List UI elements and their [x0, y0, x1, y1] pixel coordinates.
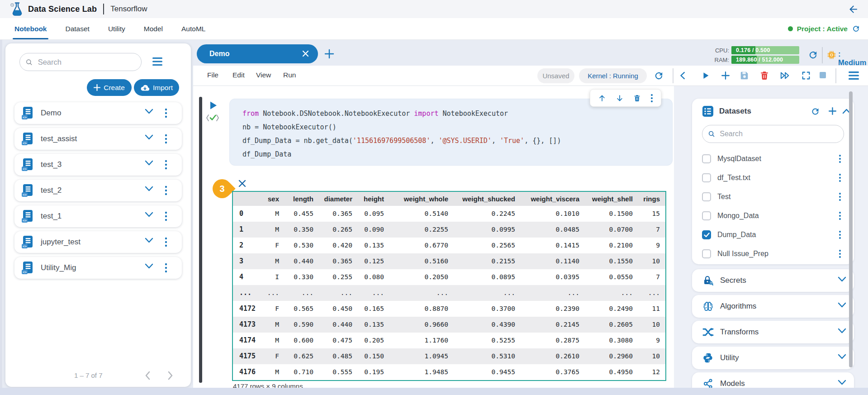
dataset-list-item[interactable]: Mongo_Data — [692, 206, 854, 225]
fullscreen-icon[interactable] — [801, 71, 811, 81]
datasets-search-input[interactable] — [719, 129, 838, 138]
kebab-menu-icon[interactable] — [165, 108, 167, 118]
chevron-down-icon[interactable] — [145, 109, 153, 114]
menu-view[interactable]: View — [256, 71, 271, 79]
kebab-menu-icon[interactable] — [165, 237, 167, 247]
run-this-cell-icon[interactable] — [209, 101, 218, 110]
chevron-down-icon[interactable] — [145, 238, 153, 243]
sidebar-search-input[interactable] — [37, 57, 136, 67]
dataset-checkbox[interactable] — [702, 211, 711, 220]
move-cell-up-icon[interactable] — [598, 94, 606, 102]
chevron-down-icon[interactable] — [838, 276, 846, 282]
delete-cell-icon[interactable] — [759, 71, 769, 81]
section-algorithms[interactable]: Algorithms — [692, 295, 854, 318]
add-dataset-icon[interactable] — [828, 106, 837, 116]
chevron-down-icon[interactable] — [145, 160, 153, 166]
refresh-resources-icon[interactable] — [808, 50, 818, 60]
table-cell: 7 — [638, 222, 665, 238]
new-tab-icon[interactable] — [324, 48, 335, 59]
notebook-list-item[interactable]: <> jupyter_test — [14, 231, 182, 253]
table-row-index: 2 — [233, 238, 262, 253]
kebab-menu-icon[interactable] — [839, 173, 841, 182]
save-notebook-icon[interactable] — [740, 71, 749, 81]
chevron-down-icon[interactable] — [838, 302, 846, 308]
restart-kernel-icon[interactable] — [654, 71, 664, 81]
run-cell-icon[interactable] — [701, 71, 711, 81]
section-utility[interactable]: Utility — [692, 347, 854, 369]
import-button[interactable]: Import — [134, 79, 179, 96]
code-cell[interactable]: from Notebook.DSNotebook.NotebookExecuto… — [229, 99, 673, 166]
menu-file[interactable]: File — [207, 71, 218, 79]
close-output-icon[interactable] — [238, 179, 247, 188]
dataset-checkbox[interactable] — [702, 154, 711, 163]
delete-this-cell-icon[interactable] — [633, 94, 641, 102]
section-transforms[interactable]: Transforms — [692, 321, 854, 343]
notebook-list-item[interactable]: <> Utility_Mig — [14, 257, 182, 279]
dataset-list-item[interactable]: Null Issue_Prep — [692, 244, 854, 263]
toolbar-menu-icon[interactable] — [848, 71, 859, 81]
collapse-left-icon[interactable] — [678, 71, 688, 81]
page-next-icon[interactable] — [166, 371, 174, 381]
chevron-down-icon[interactable] — [838, 380, 846, 385]
tab-utility[interactable]: Utility — [108, 18, 125, 39]
open-notebook-tab[interactable]: Demo — [197, 44, 318, 63]
dataset-list-item[interactable]: Test — [692, 187, 854, 206]
notebook-list-item[interactable]: <> test_2 — [14, 180, 182, 201]
table-cell: 0.555 — [319, 364, 358, 380]
dataset-checkbox[interactable] — [702, 230, 711, 239]
refresh-project-icon[interactable] — [852, 24, 860, 33]
tab-automl[interactable]: AutoML — [181, 18, 205, 39]
back-icon[interactable] — [848, 4, 859, 15]
chevron-down-icon[interactable] — [145, 134, 153, 140]
create-button[interactable]: Create — [87, 79, 132, 96]
kebab-menu-icon[interactable] — [839, 154, 841, 163]
kebab-menu-icon[interactable] — [165, 211, 167, 221]
dataset-checkbox[interactable] — [702, 192, 711, 201]
kebab-menu-icon[interactable] — [165, 134, 167, 144]
dataset-list-item[interactable]: df_Test.txt — [692, 168, 854, 187]
dataset-checkbox[interactable] — [702, 249, 711, 258]
kebab-menu-icon[interactable] — [839, 249, 841, 258]
stop-kernel-icon[interactable] — [818, 71, 827, 80]
tab-notebook[interactable]: Notebook — [14, 18, 47, 39]
kebab-menu-icon[interactable] — [165, 160, 167, 170]
chevron-down-icon[interactable] — [838, 328, 846, 334]
dataset-list-item[interactable]: MysqlDataset — [692, 149, 854, 168]
panel-scrollbar[interactable] — [849, 91, 853, 367]
menu-edit[interactable]: Edit — [232, 71, 245, 79]
sidebar-search[interactable] — [19, 53, 142, 71]
section-secrets[interactable]: Secrets — [692, 269, 854, 292]
notebook-list-item[interactable]: <> Demo — [14, 102, 182, 124]
notebook-list-item[interactable]: <> test_assist — [14, 128, 182, 150]
refresh-datasets-icon[interactable] — [811, 107, 820, 116]
cpu-bar: 0.176 / 0.500 — [731, 46, 799, 54]
cell-options-kebab-icon[interactable] — [650, 94, 653, 103]
kebab-menu-icon[interactable] — [165, 263, 167, 273]
dataset-list-item[interactable]: Dump_Data — [692, 225, 854, 244]
notebook-list-item[interactable]: <> test_1 — [14, 205, 182, 227]
close-tab-icon[interactable] — [302, 50, 309, 57]
menu-run[interactable]: Run — [283, 71, 296, 79]
table-cell: 10 — [638, 253, 665, 269]
page-previous-icon[interactable] — [144, 371, 152, 381]
chevron-down-icon[interactable] — [145, 212, 153, 218]
run-all-icon[interactable] — [779, 71, 791, 81]
kebab-menu-icon[interactable] — [839, 230, 841, 239]
kebab-menu-icon[interactable] — [839, 211, 841, 220]
code-editor[interactable]: from Notebook.DSNotebook.NotebookExecuto… — [230, 99, 672, 161]
sidebar-menu-icon[interactable] — [152, 57, 163, 67]
tab-dataset[interactable]: Dataset — [65, 18, 89, 39]
section-models[interactable]: Models — [692, 372, 854, 388]
chevron-down-icon[interactable] — [145, 186, 153, 192]
kebab-menu-icon[interactable] — [165, 186, 167, 195]
move-cell-down-icon[interactable] — [616, 94, 624, 102]
notebook-list-item[interactable]: <> test_3 — [14, 154, 182, 176]
notebook-list: <> Demo <> test_assist — [14, 102, 182, 283]
dataset-checkbox[interactable] — [702, 173, 711, 182]
kebab-menu-icon[interactable] — [839, 192, 841, 201]
add-cell-icon[interactable] — [721, 71, 730, 81]
chevron-down-icon[interactable] — [838, 354, 846, 360]
datasets-search[interactable] — [702, 125, 844, 143]
chevron-down-icon[interactable] — [145, 263, 153, 269]
tab-model[interactable]: Model — [144, 18, 163, 39]
